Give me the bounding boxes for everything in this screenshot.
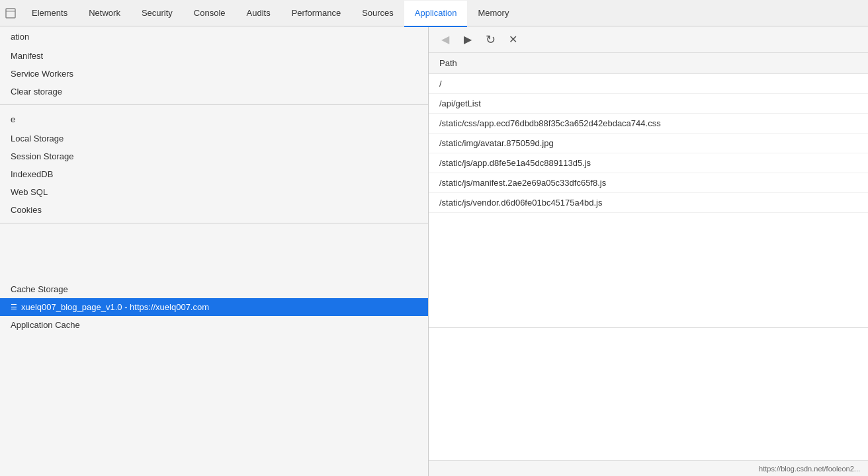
path-row[interactable]: /static/css/app.ecd76dbdb88f35c3a652d42e…	[429, 114, 868, 134]
storage-section-header: e	[0, 109, 428, 130]
sidebar-item-app-cache[interactable]: Application Cache	[0, 316, 428, 334]
close-button[interactable]: ✕	[504, 31, 521, 48]
back-button[interactable]: ◀	[437, 31, 454, 48]
sidebar-spacer	[0, 227, 428, 280]
tab-sources[interactable]: Sources	[351, 1, 404, 27]
main-content: ation Manifest Service Workers Clear sto…	[0, 26, 868, 476]
sidebar-item-service-workers[interactable]: Service Workers	[0, 65, 428, 83]
devtools-icon	[3, 5, 19, 21]
path-row[interactable]: /static/js/manifest.2ae2e69a05c33dfc65f8…	[429, 173, 868, 193]
sidebar-item-session-storage[interactable]: Session Storage	[0, 147, 428, 165]
tab-audits[interactable]: Audits	[236, 1, 281, 27]
tab-network[interactable]: Network	[78, 1, 131, 27]
path-row[interactable]: /	[429, 74, 868, 94]
sidebar-item-web-sql[interactable]: Web SQL	[0, 183, 428, 201]
sidebar-item-indexed-db[interactable]: IndexedDB	[0, 165, 428, 183]
lower-panel	[429, 328, 868, 460]
path-row[interactable]: /static/js/vendor.d6d06fe01bc45175a4bd.j…	[429, 193, 868, 213]
tab-elements[interactable]: Elements	[21, 1, 78, 27]
divider-1	[0, 104, 428, 105]
refresh-button[interactable]: ↻	[482, 31, 499, 48]
sidebar-item-cache-storage[interactable]: Cache Storage	[0, 280, 428, 298]
status-bar: https://blog.csdn.net/fooleon2...	[429, 460, 868, 476]
app-section-header: ation	[0, 26, 428, 47]
tab-console[interactable]: Console	[183, 1, 236, 27]
path-row[interactable]: /api/getList	[429, 94, 868, 114]
tab-application[interactable]: Application	[404, 1, 468, 27]
tab-bar: Elements Network Security Console Audits…	[0, 0, 868, 26]
path-column-header: Path	[429, 53, 868, 74]
forward-button[interactable]: ▶	[459, 31, 476, 48]
cache-entry-icon: ☰	[11, 303, 17, 311]
svg-rect-0	[6, 9, 15, 18]
sidebar-item-manifest[interactable]: Manifest	[0, 47, 428, 65]
tab-performance[interactable]: Performance	[281, 1, 351, 27]
panel-toolbar: ◀ ▶ ↻ ✕	[429, 26, 868, 53]
tab-security[interactable]: Security	[131, 1, 183, 27]
right-panel: ◀ ▶ ↻ ✕ Path / /api/getList /s	[429, 26, 868, 476]
sidebar-item-clear-storage[interactable]: Clear storage	[0, 83, 428, 100]
path-row[interactable]: /static/js/app.d8fe5e1a45dc889113d5.js	[429, 153, 868, 173]
path-table: Path / /api/getList /static/css/app.ecd7…	[429, 53, 868, 327]
path-row[interactable]: /static/img/avatar.875059d.jpg	[429, 134, 868, 153]
sidebar-item-cookies[interactable]: Cookies	[0, 201, 428, 219]
divider-2	[0, 223, 428, 223]
sidebar: ation Manifest Service Workers Clear sto…	[0, 26, 429, 476]
sidebar-item-cache-entry[interactable]: ☰ xuelq007_blog_page_v1.0 - https://xuel…	[0, 298, 428, 316]
sidebar-item-local-storage[interactable]: Local Storage	[0, 130, 428, 147]
tab-memory[interactable]: Memory	[467, 1, 519, 27]
